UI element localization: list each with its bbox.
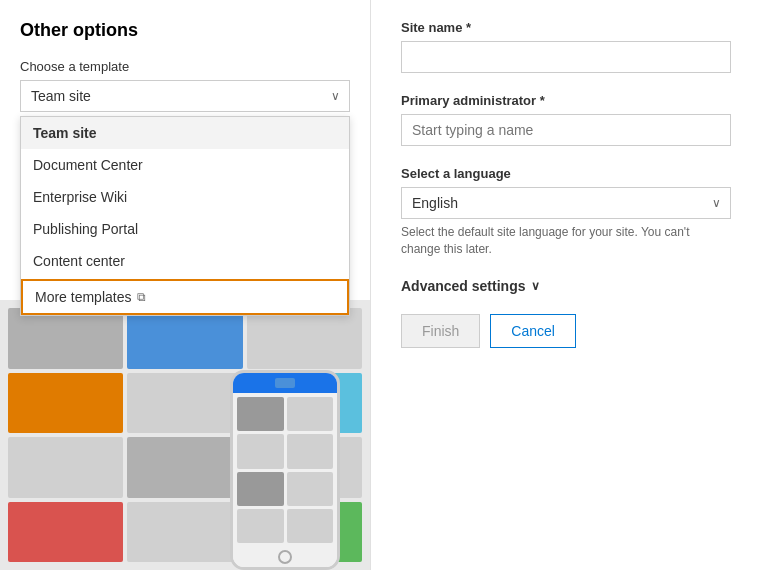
site-name-input[interactable] bbox=[401, 41, 731, 73]
template-preview-area bbox=[0, 300, 370, 570]
phone-mockup bbox=[230, 370, 340, 570]
left-panel: Other options Choose a template Team sit… bbox=[0, 0, 370, 570]
primary-admin-input[interactable] bbox=[401, 114, 731, 146]
phone-header-bar bbox=[275, 378, 295, 388]
preview-cell-5 bbox=[127, 373, 242, 434]
preview-cell-7 bbox=[8, 437, 123, 498]
dropdown-item-document-center[interactable]: Document Center bbox=[21, 149, 349, 181]
external-link-icon: ⧉ bbox=[137, 290, 146, 304]
language-group: Select a language English ∨ Select the d… bbox=[401, 166, 731, 258]
phone-cell-1 bbox=[237, 397, 284, 431]
phone-body bbox=[233, 393, 337, 547]
finish-button[interactable]: Finish bbox=[401, 314, 480, 348]
phone-cell-5 bbox=[237, 472, 284, 506]
site-name-group: Site name * bbox=[401, 20, 731, 73]
preview-cell-10 bbox=[8, 502, 123, 563]
template-label: Choose a template bbox=[20, 59, 350, 74]
dropdown-item-content-center[interactable]: Content center bbox=[21, 245, 349, 277]
chevron-down-icon: ∨ bbox=[531, 279, 540, 293]
preview-cell-8 bbox=[127, 437, 242, 498]
template-select[interactable]: Team site bbox=[20, 80, 350, 112]
phone-cell-3 bbox=[237, 434, 284, 468]
advanced-settings-label: Advanced settings bbox=[401, 278, 525, 294]
template-select-wrapper[interactable]: Team site ∨ Team site Document Center En… bbox=[20, 80, 350, 112]
more-templates-label: More templates bbox=[35, 289, 131, 305]
cancel-button[interactable]: Cancel bbox=[490, 314, 576, 348]
preview-cell-11 bbox=[127, 502, 242, 563]
phone-cell-6 bbox=[287, 472, 334, 506]
page-title: Other options bbox=[20, 20, 350, 41]
phone-cell-2 bbox=[287, 397, 334, 431]
dropdown-item-publishing-portal[interactable]: Publishing Portal bbox=[21, 213, 349, 245]
advanced-settings-toggle[interactable]: Advanced settings ∨ bbox=[401, 278, 731, 294]
primary-admin-group: Primary administrator * bbox=[401, 93, 731, 146]
dropdown-item-enterprise-wiki[interactable]: Enterprise Wiki bbox=[21, 181, 349, 213]
site-name-label: Site name * bbox=[401, 20, 731, 35]
template-dropdown[interactable]: Team site Document Center Enterprise Wik… bbox=[20, 116, 350, 316]
primary-admin-label: Primary administrator * bbox=[401, 93, 731, 108]
right-panel: Site name * Primary administrator * Sele… bbox=[370, 0, 761, 570]
preview-cell-3 bbox=[247, 308, 362, 369]
phone-cell-4 bbox=[287, 434, 334, 468]
phone-home-button bbox=[278, 550, 292, 564]
primary-admin-required: * bbox=[540, 93, 545, 108]
phone-header bbox=[233, 373, 337, 393]
language-select[interactable]: English bbox=[401, 187, 731, 219]
dropdown-item-team-site[interactable]: Team site bbox=[21, 117, 349, 149]
phone-cell-8 bbox=[287, 509, 334, 543]
dropdown-item-more-templates[interactable]: More templates ⧉ bbox=[21, 279, 349, 315]
preview-cell-4 bbox=[8, 373, 123, 434]
preview-cell-2 bbox=[127, 308, 242, 369]
language-select-wrapper[interactable]: English ∨ bbox=[401, 187, 731, 219]
phone-cell-7 bbox=[237, 509, 284, 543]
preview-cell-1 bbox=[8, 308, 123, 369]
template-field-group: Choose a template Team site ∨ Team site … bbox=[20, 59, 350, 112]
action-buttons: Finish Cancel bbox=[401, 314, 731, 348]
language-hint: Select the default site language for you… bbox=[401, 224, 731, 258]
language-label: Select a language bbox=[401, 166, 731, 181]
phone-footer bbox=[233, 547, 337, 567]
site-name-required: * bbox=[466, 20, 471, 35]
